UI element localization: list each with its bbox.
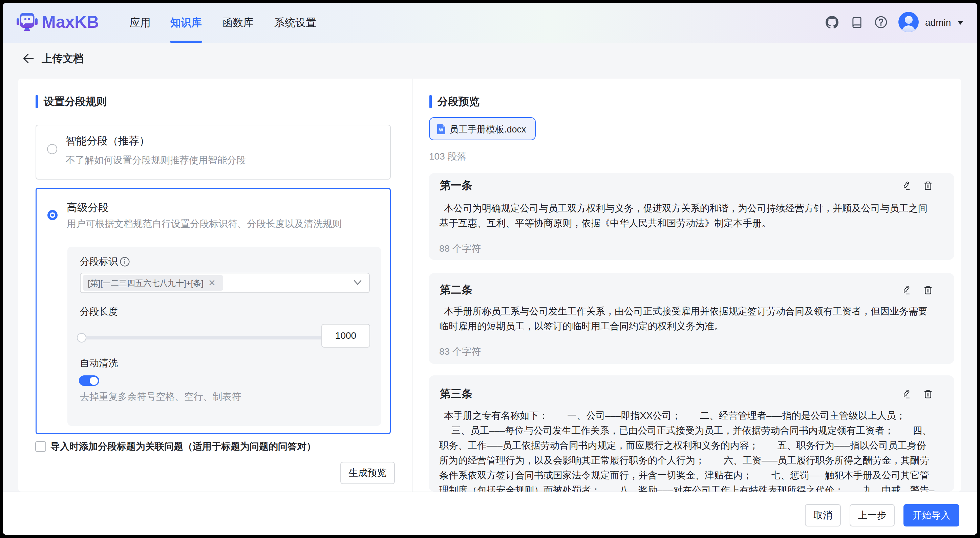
- svg-text:MaxKB: MaxKB: [41, 13, 99, 32]
- svg-text:W: W: [439, 127, 443, 132]
